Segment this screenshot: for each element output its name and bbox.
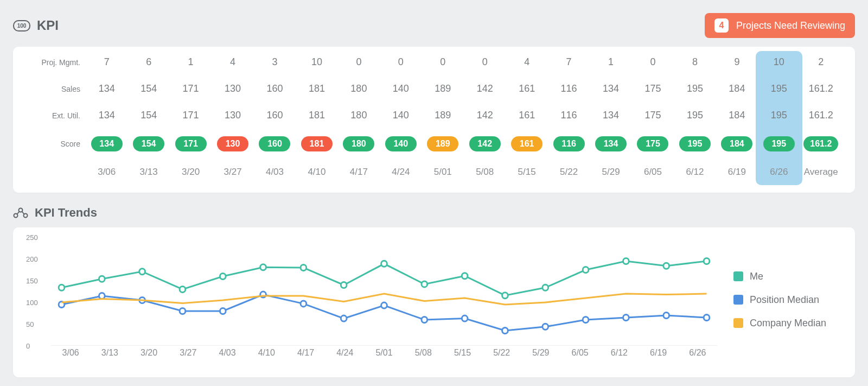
kpi-trends-title: KPI Trends bbox=[35, 206, 97, 220]
kpi-cell: 161 bbox=[506, 83, 547, 94]
svg-point-9 bbox=[260, 264, 266, 270]
kpi-score-cell: 171 bbox=[170, 136, 212, 151]
kpi-cell: 10 bbox=[758, 56, 800, 68]
x-tick: 5/08 bbox=[404, 348, 443, 362]
svg-point-25 bbox=[220, 308, 226, 314]
kpi-cell: 4/17 bbox=[338, 167, 380, 178]
svg-point-7 bbox=[180, 287, 186, 293]
kpi-cell: 181 bbox=[296, 83, 337, 94]
kpi-cell: 154 bbox=[127, 83, 169, 94]
kpi-cell: 184 bbox=[716, 83, 758, 94]
kpi-cell: 181 bbox=[296, 110, 337, 121]
kpi-cell: 2 bbox=[800, 56, 842, 68]
score-pill: 184 bbox=[721, 136, 752, 151]
kpi-cell: 161 bbox=[506, 110, 547, 121]
kpi-cell: 4/24 bbox=[380, 167, 422, 178]
kpi-cell: 175 bbox=[632, 110, 674, 121]
kpi-cell: 6/26 bbox=[758, 167, 800, 178]
x-tick: 4/24 bbox=[326, 348, 365, 362]
kpi-score-cell: 175 bbox=[632, 136, 674, 151]
kpi-cell: 154 bbox=[127, 110, 169, 121]
kpi-score-cell: 154 bbox=[127, 136, 169, 151]
kpi-cell: 3 bbox=[254, 56, 296, 68]
kpi-cell: 4 bbox=[212, 56, 253, 68]
y-tick: 250 bbox=[26, 233, 38, 242]
score-pill: 180 bbox=[343, 136, 374, 151]
kpi-cell: 0 bbox=[422, 56, 464, 68]
x-tick: 3/27 bbox=[169, 348, 208, 362]
kpi-badge-icon: 100 bbox=[13, 20, 30, 31]
kpi-score-cell: 160 bbox=[254, 136, 296, 151]
x-tick: 6/12 bbox=[599, 348, 639, 362]
y-tick: 200 bbox=[26, 255, 38, 263]
kpi-cell: 5/08 bbox=[464, 167, 506, 178]
score-pill: 181 bbox=[301, 136, 333, 151]
score-pill: 189 bbox=[427, 136, 458, 151]
kpi-row-label: Sales bbox=[26, 85, 86, 93]
x-tick: 5/22 bbox=[482, 348, 521, 362]
legend-me: Me bbox=[733, 271, 842, 282]
kpi-cell: 189 bbox=[422, 110, 464, 121]
kpi-cell: 134 bbox=[590, 110, 631, 121]
kpi-cell: 195 bbox=[674, 83, 716, 94]
kpi-cell: 0 bbox=[464, 56, 506, 68]
x-tick: 3/13 bbox=[90, 348, 129, 362]
svg-point-13 bbox=[422, 281, 427, 287]
legend-company-median: Company Median bbox=[733, 318, 842, 329]
kpi-cell: 195 bbox=[674, 110, 716, 121]
kpi-cell: 161.2 bbox=[800, 110, 842, 121]
kpi-score-cell: 134 bbox=[86, 136, 127, 151]
kpi-cell: 171 bbox=[170, 83, 212, 94]
kpi-row-label: Ext. Util. bbox=[26, 111, 86, 120]
score-pill: 171 bbox=[175, 136, 207, 151]
x-tick: 5/01 bbox=[365, 348, 404, 362]
kpi-cell: 184 bbox=[716, 110, 758, 121]
x-tick: 3/20 bbox=[129, 348, 168, 362]
kpi-cell: 7 bbox=[548, 56, 590, 68]
y-tick: 100 bbox=[26, 299, 38, 307]
kpi-cell: 4/10 bbox=[296, 167, 337, 178]
kpi-cell: 160 bbox=[254, 83, 296, 94]
svg-point-5 bbox=[99, 276, 105, 282]
svg-point-12 bbox=[381, 261, 387, 267]
x-tick: 5/15 bbox=[443, 348, 482, 362]
kpi-cell: 0 bbox=[380, 56, 422, 68]
svg-point-19 bbox=[663, 263, 669, 269]
kpi-score-cell: 140 bbox=[380, 136, 422, 151]
score-pill: 134 bbox=[91, 136, 123, 151]
kpi-score-cell: 195 bbox=[674, 136, 716, 151]
kpi-cell: 7 bbox=[86, 56, 127, 68]
kpi-grid: Proj. Mgmt.76143100000471089102Sales1341… bbox=[26, 56, 842, 178]
legend-label-me: Me bbox=[750, 271, 763, 282]
x-tick: 4/03 bbox=[208, 348, 247, 362]
legend-swatch-comp bbox=[733, 318, 743, 328]
svg-point-28 bbox=[341, 315, 347, 321]
projects-review-button[interactable]: 4 Projects Need Reviewing bbox=[705, 13, 855, 38]
kpi-cell: 140 bbox=[380, 110, 422, 121]
score-pill: 142 bbox=[469, 136, 501, 151]
kpi-cell: 6 bbox=[127, 56, 169, 68]
kpi-title-group: 100 KPI bbox=[13, 18, 59, 33]
kpi-cell: 161.2 bbox=[800, 83, 842, 94]
kpi-cell: 180 bbox=[338, 83, 380, 94]
x-tick: 5/29 bbox=[521, 348, 560, 362]
kpi-cell: 1 bbox=[590, 56, 631, 68]
kpi-cell: 3/13 bbox=[127, 167, 169, 178]
kpi-cell: 0 bbox=[632, 56, 674, 68]
x-tick: 3/06 bbox=[51, 348, 90, 362]
svg-point-20 bbox=[704, 258, 710, 264]
kpi-cell: 3/20 bbox=[170, 167, 212, 178]
kpi-cell: 195 bbox=[758, 110, 800, 121]
kpi-cell: 6/12 bbox=[674, 167, 716, 178]
x-tick: 4/17 bbox=[286, 348, 325, 362]
y-tick: 150 bbox=[26, 277, 38, 285]
score-pill: 195 bbox=[763, 136, 795, 151]
svg-point-1 bbox=[19, 208, 23, 212]
score-pill: 161.2 bbox=[803, 136, 838, 151]
svg-point-0 bbox=[14, 214, 18, 218]
kpi-score-cell: 189 bbox=[422, 136, 464, 151]
kpi-cell: 134 bbox=[590, 83, 631, 94]
kpi-section-header: 100 KPI 4 Projects Need Reviewing bbox=[13, 13, 855, 38]
svg-point-29 bbox=[381, 302, 387, 308]
score-pill: 134 bbox=[595, 136, 627, 151]
